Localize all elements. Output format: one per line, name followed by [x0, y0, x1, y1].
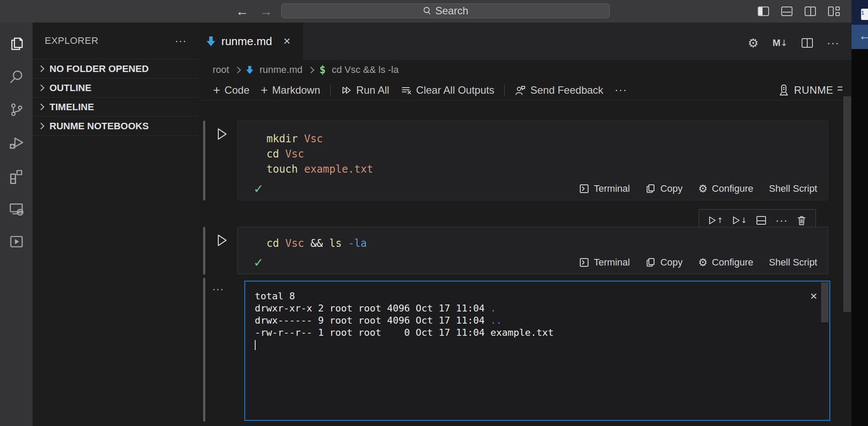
output-scrollbar-thumb[interactable] [821, 282, 829, 322]
source-control-icon[interactable] [0, 97, 33, 122]
tab-bar: runme.md × ⚙ M↓ ··· [199, 23, 852, 60]
code-token: && [310, 237, 329, 249]
code-cell-1[interactable]: mkdir Vsc cd Vsc touch example.txt ✓ Ter… [237, 121, 828, 200]
remote-explorer-icon[interactable] [0, 196, 33, 221]
tab-runme-md[interactable]: runme.md × [199, 23, 303, 60]
output-token: drwxr-xr-x 2 root root 4096 Oct 17 11:04 [255, 303, 490, 314]
execute-above-button[interactable]: ↑ [708, 215, 723, 226]
breadcrumb: root runme.md $ cd Vsc && ls -la [199, 60, 852, 80]
code-token: example.txt [304, 163, 373, 175]
tab-close-icon[interactable]: × [283, 34, 290, 48]
extensions-icon[interactable] [0, 163, 33, 188]
toggle-panel-icon[interactable] [781, 7, 792, 16]
editor-more-actions-icon[interactable]: ··· [827, 36, 839, 50]
run-all-label: Run All [356, 84, 389, 96]
overview-ruler-marks [838, 86, 842, 92]
toolbar-more-actions-icon[interactable]: ··· [609, 83, 633, 97]
breadcrumb-command[interactable]: cd Vsc && ls -la [332, 64, 398, 75]
toggle-primary-sidebar-icon[interactable] [758, 7, 769, 16]
split-cell-button[interactable] [756, 215, 767, 226]
add-markdown-cell-button[interactable]: + Markdown [255, 84, 326, 96]
chevron-right-icon [38, 104, 45, 111]
cell-more-actions-icon[interactable]: ··· [776, 214, 788, 227]
section-no-folder-opened[interactable]: NO FOLDER OPENED [33, 59, 199, 79]
copy-button[interactable]: Copy [645, 183, 682, 194]
configure-button[interactable]: ⚙ Configure [698, 183, 753, 195]
code-cell-2[interactable]: cd Vsc && ls -la ✓ Terminal Copy ⚙ Confi… [237, 227, 828, 274]
copy-label: Copy [660, 183, 682, 194]
code-token: ls [329, 237, 348, 249]
run-cell-button[interactable] [216, 233, 227, 249]
cell-code[interactable]: mkdir Vsc cd Vsc touch example.txt [238, 121, 828, 177]
notebook-settings-gear-icon[interactable]: ⚙ [748, 36, 759, 50]
markdown-down-arrow: ↓ [780, 38, 788, 48]
terminal-button[interactable]: Terminal [579, 257, 630, 268]
run-all-button[interactable]: Run All [335, 84, 395, 96]
cell-language-label[interactable]: Shell Script [769, 257, 817, 268]
calendar-day: 1 [861, 10, 864, 16]
copy-icon [645, 257, 656, 268]
run-and-debug-icon[interactable] [0, 130, 33, 155]
copy-button[interactable]: Copy [645, 257, 682, 268]
configure-button[interactable]: ⚙ Configure [698, 256, 753, 269]
section-runme-notebooks[interactable]: RUNME NOTEBOOKS [33, 117, 199, 136]
cell-focus-bar[interactable] [203, 121, 205, 200]
search-view-icon[interactable] [0, 64, 33, 89]
clear-all-outputs-button[interactable]: Clear All Outputs [395, 84, 500, 96]
add-code-cell-button[interactable]: + Code [207, 84, 255, 96]
breadcrumb-file[interactable]: runme.md [260, 64, 302, 75]
sidebar-more-actions-icon[interactable]: ··· [175, 35, 187, 47]
run-cell-button[interactable] [216, 127, 227, 143]
output-gutter-more-icon[interactable]: ··· [212, 283, 224, 295]
chevron-right-icon [38, 85, 45, 92]
cell-language-label[interactable]: Shell Script [769, 183, 817, 194]
gear-icon: ⚙ [698, 256, 708, 269]
chevron-right-icon [38, 123, 45, 130]
editor-actions: ⚙ M↓ ··· [748, 26, 839, 60]
execute-below-button[interactable]: ↓ [732, 215, 747, 226]
output-focus-bar[interactable] [203, 278, 205, 422]
editor-scrollbar-thumb[interactable] [843, 96, 851, 312]
customize-layout-icon[interactable] [828, 7, 840, 16]
runme-panel-icon[interactable] [0, 229, 33, 254]
cell-code[interactable]: cd Vsc && ls -la [238, 227, 828, 251]
runme-kernel-icon [779, 84, 789, 96]
editor-group: runme.md × ⚙ M↓ ··· root runme.md $ cd V… [199, 23, 852, 426]
send-feedback-button[interactable]: Send Feedback [509, 84, 609, 96]
breadcrumb-root[interactable]: root [213, 64, 229, 75]
toolbar-divider [504, 85, 505, 96]
delete-cell-button[interactable] [796, 215, 807, 226]
cell-focus-bar[interactable] [203, 227, 205, 275]
chevron-right-icon [308, 66, 315, 73]
open-markdown-preview-icon[interactable]: M↓ [773, 37, 788, 49]
close-output-icon[interactable]: × [810, 291, 817, 301]
copy-label: Copy [660, 257, 682, 268]
up-arrow: ↑ [717, 216, 723, 225]
title-bar: ← → Search [0, 0, 852, 23]
section-outline[interactable]: OUTLINE [33, 79, 199, 98]
terminal-button[interactable]: Terminal [579, 183, 630, 194]
cell-output: total 8 drwxr-xr-x 2 root root 4096 Oct … [244, 281, 830, 421]
kernel-picker-button[interactable]: RUNME [779, 80, 834, 101]
history-forward-button[interactable]: → [260, 3, 273, 19]
markdown-m: M [773, 37, 780, 49]
success-check-icon: ✓ [253, 256, 263, 270]
search-label: Search [435, 5, 468, 17]
terminal-icon [579, 184, 589, 194]
section-timeline[interactable]: TIMELINE [33, 98, 199, 117]
trash-icon [796, 215, 807, 226]
split-editor-icon[interactable] [802, 38, 813, 48]
plus-icon: + [213, 85, 220, 95]
background-window-toolbar: ← [852, 25, 868, 49]
code-token: cd [266, 237, 285, 249]
cell-status-bar: ✓ Terminal Copy ⚙ Configure [238, 181, 828, 197]
language-label: Shell Script [769, 257, 817, 268]
run-cell-icon [216, 233, 227, 247]
toggle-secondary-sidebar-icon[interactable] [805, 7, 816, 16]
history-back-button[interactable]: ← [236, 3, 249, 19]
copy-icon [645, 184, 656, 194]
command-center-search[interactable]: Search [281, 3, 610, 18]
gear-icon: ⚙ [698, 183, 708, 195]
code-token: Vsc [304, 133, 323, 145]
explorer-icon[interactable] [0, 31, 33, 56]
